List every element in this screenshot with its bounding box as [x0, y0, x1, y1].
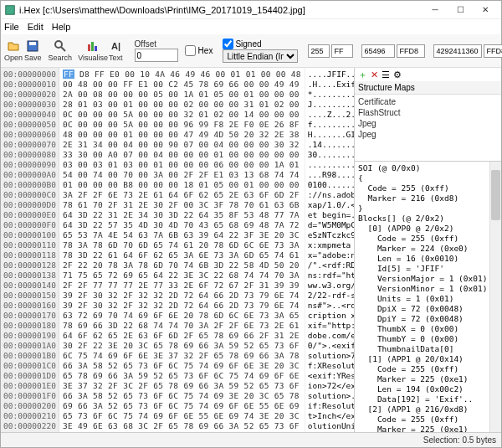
tree-scrollbar[interactable] [489, 162, 501, 432]
toolbar: Open Save Search Visualise A|Text Offset… [1, 34, 501, 68]
svg-text:A|: A| [111, 41, 120, 51]
svg-rect-6 [91, 42, 94, 51]
value-inspector [308, 44, 502, 58]
val-dword-dec[interactable] [433, 44, 482, 58]
hex-checkbox[interactable]: Hex [185, 45, 213, 56]
struct-item[interactable]: Certificate [358, 96, 498, 107]
svg-rect-0 [6, 5, 15, 14]
svg-line-4 [61, 47, 65, 51]
menubar: File Edit Help [1, 19, 501, 34]
struct-tree-text: SOI (@ 0/0x0) { Code = 255 (0xff) Marker… [358, 163, 498, 432]
search-button[interactable]: Search [49, 36, 73, 66]
offset-group: Offset [135, 39, 178, 62]
struct-tree[interactable]: SOI (@ 0/0x0) { Code = 255 (0xff) Marker… [355, 162, 501, 432]
statusbar: Selection: 0.5 bytes [1, 432, 501, 447]
hex-editor[interactable]: 00:00000000 00:00000010 00:00000020 00:0… [1, 68, 354, 432]
menu-help[interactable]: Help [52, 22, 71, 32]
minimize-button[interactable]: ─ [423, 2, 448, 18]
struct-list[interactable]: CertificateFlashStructJpegJpeg [355, 95, 501, 161]
val-byte-hex[interactable] [331, 44, 353, 58]
struct-tools: ＋ ✕ ☰ ⚙ [355, 68, 501, 81]
struct-header: Structure Maps [355, 81, 501, 95]
format-group: Signed Little Endian (Intel) [223, 39, 298, 63]
offset-input[interactable] [135, 49, 178, 62]
selection-status: Selection: 0.5 bytes [423, 435, 496, 445]
struct-item[interactable]: FlashStruct [358, 107, 498, 118]
struct-item[interactable]: Jpeg [358, 129, 498, 140]
edit-struct-icon[interactable]: ☰ [382, 70, 390, 80]
struct-item[interactable]: Jpeg [358, 118, 498, 129]
settings-struct-icon[interactable]: ⚙ [393, 70, 402, 80]
address-column: 00:00000000 00:00000010 00:00000020 00:0… [1, 68, 59, 432]
titlebar: i.Hex [c:\Users\matthew\Downloads\Print\… [1, 1, 501, 19]
val-word-dec[interactable] [361, 44, 395, 58]
hex-column[interactable]: FF D8 FF E0 00 10 4A 46 49 46 00 01 01 0… [59, 68, 305, 432]
app-icon [4, 4, 16, 16]
close-button[interactable]: ✕ [473, 2, 498, 18]
ascii-column[interactable]: ....JFIF.....H .H....Exif..II *.........… [305, 68, 354, 432]
visualise-button[interactable]: Visualise [79, 36, 107, 66]
val-byte-dec[interactable] [308, 44, 330, 58]
maximize-button[interactable]: ☐ [448, 2, 473, 18]
menu-file[interactable]: File [4, 22, 19, 32]
right-panel: ＋ ✕ ☰ ⚙ Structure Maps CertificateFlashS… [354, 68, 501, 432]
menu-edit[interactable]: Edit [28, 22, 44, 32]
svg-rect-2 [29, 42, 36, 45]
add-struct-icon[interactable]: ＋ [358, 69, 367, 81]
val-word-hex[interactable] [397, 44, 425, 58]
svg-point-3 [55, 41, 62, 48]
text-button[interactable]: A|Text [109, 36, 123, 66]
open-button[interactable]: Open [4, 36, 23, 66]
val-dword-hex[interactable] [484, 44, 502, 58]
remove-struct-icon[interactable]: ✕ [371, 70, 378, 80]
save-button[interactable]: Save [24, 36, 42, 66]
offset-label: Offset [135, 39, 157, 49]
svg-rect-7 [95, 46, 97, 51]
window-title: i.Hex [c:\Users\matthew\Downloads\Print\… [19, 5, 423, 15]
svg-rect-5 [88, 44, 90, 51]
endian-select[interactable]: Little Endian (Intel) [223, 49, 298, 63]
signed-checkbox[interactable]: Signed [223, 39, 298, 49]
